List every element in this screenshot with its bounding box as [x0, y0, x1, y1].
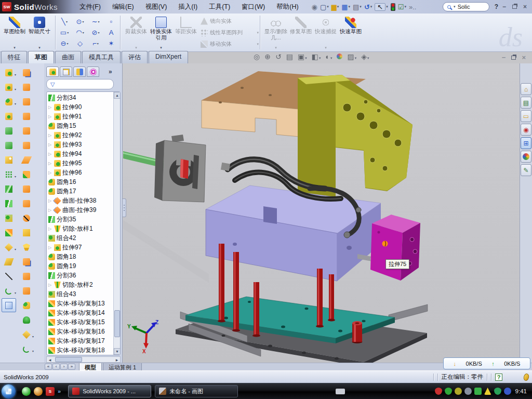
toolbar-button[interactable]: ▾	[19, 153, 34, 167]
manager-tab[interactable]	[73, 66, 86, 77]
tree-horizontal-scrollbar[interactable]: ◀ ▶	[46, 356, 121, 363]
dropdown-caret-icon[interactable]: ▾	[15, 87, 16, 91]
menu-item[interactable]: 帮助(H)	[272, 1, 303, 13]
toolbar-button[interactable]: ▾	[19, 80, 34, 94]
graphics-area[interactable]: Y Z X 拉伸75	[123, 63, 520, 363]
command-tab[interactable]: 曲面	[55, 51, 81, 63]
toolbar-button[interactable]: ▾	[2, 65, 16, 79]
toolbar-button[interactable]: ▾	[19, 196, 34, 210]
tree-item[interactable]: ▷ 分割35	[47, 215, 113, 224]
toolbar-button[interactable]: ▾	[19, 313, 34, 327]
heads-up-button[interactable]: ◎▾	[254, 53, 260, 60]
tree-item[interactable]: ▷ 拉伸96	[47, 168, 113, 177]
dropdown-caret-icon[interactable]: ▾	[386, 5, 388, 9]
toolbar-button[interactable]: ▾	[19, 342, 34, 356]
toolbar-button[interactable]: ▾	[19, 182, 34, 196]
toolbar-button[interactable]: ↺ ▾	[363, 2, 373, 12]
menu-item[interactable]: 视图(V)	[141, 1, 172, 13]
heads-up-button[interactable]: ▤▾	[286, 53, 293, 60]
scroll-left-icon[interactable]: ◀	[47, 357, 53, 362]
tree-item[interactable]: ▷ 曲面-拉伸39	[47, 205, 113, 215]
tree-item[interactable]: ▷ 拉伸94	[47, 149, 113, 158]
expand-arrow-icon[interactable]: ▷	[48, 227, 52, 231]
toolbar-button[interactable]: ▾	[2, 95, 16, 109]
panel-splitter-handle[interactable]	[123, 198, 126, 217]
heads-up-button[interactable]: ◐▾	[325, 53, 332, 60]
toolbar-button[interactable]: ▾	[390, 2, 396, 12]
tree-item[interactable]: ▷ 切除-放样2	[47, 280, 113, 289]
tab-nav-button[interactable]: «	[45, 364, 52, 370]
dropdown-caret-icon[interactable]: ▾	[32, 349, 34, 353]
tray-icon[interactable]	[474, 388, 482, 395]
heads-up-button[interactable]: ▣▾	[298, 53, 307, 60]
menu-item[interactable]: 文件(F)	[75, 1, 105, 13]
tab-nav-button[interactable]: ‹	[52, 364, 60, 370]
toolbar-button[interactable]: ▾	[19, 124, 34, 138]
tray-icon[interactable]	[504, 388, 511, 395]
tray-icon[interactable]	[435, 388, 442, 395]
menu-item[interactable]: 工具(T)	[204, 1, 235, 13]
toolbar-button[interactable]: ▾	[2, 153, 16, 167]
scrollbar-thumb[interactable]	[55, 357, 82, 362]
toolbar-button[interactable]: ▾	[19, 269, 34, 283]
menu-item[interactable]: 窗口(W)	[237, 1, 270, 13]
command-button[interactable]: 移动实体 ▾	[201, 39, 259, 49]
command-button[interactable]: 修复草图 ▾	[288, 15, 313, 50]
expand-arrow-icon[interactable]: ▷	[48, 105, 52, 110]
tree-item[interactable]: ▷ 实体-移动/复制17	[47, 336, 113, 345]
task-pane-tab[interactable]	[521, 151, 531, 163]
tab-nav-button[interactable]: »	[68, 364, 75, 370]
dropdown-caret-icon[interactable]: ▾	[370, 5, 373, 9]
doc-close-button[interactable]: ×	[522, 54, 526, 61]
tree-item[interactable]: ▷ 拉伸91	[47, 112, 113, 121]
heads-up-button[interactable]: ◈▾	[361, 53, 369, 60]
toolbar-button[interactable]: ▾	[2, 196, 16, 210]
heads-up-button[interactable]: ▾	[337, 53, 342, 60]
dropdown-caret-icon[interactable]: ▾	[404, 5, 406, 9]
help-button[interactable]: ?	[495, 3, 498, 10]
tree-item[interactable]: ▷ 组合43	[47, 289, 113, 299]
heads-up-button[interactable]: ▨▾	[347, 53, 356, 60]
dropdown-caret-icon[interactable]: ▾	[337, 5, 339, 9]
tree-item[interactable]: ▷ 圆角17	[47, 187, 113, 196]
tree-item[interactable]: ▷ 圆角19	[47, 261, 113, 271]
expand-arrow-icon[interactable]: ▷	[48, 283, 52, 287]
more-tabs-icon[interactable]: »	[109, 68, 112, 75]
command-tab[interactable]: DimXpert	[149, 51, 188, 63]
dropdown-caret-icon[interactable]: ▾	[67, 31, 69, 34]
task-pane-tab[interactable]: ◉	[521, 124, 531, 136]
tree-item[interactable]: ▷ 拉伸92	[47, 130, 113, 140]
scrollbar-thumb[interactable]	[114, 310, 120, 337]
toolbar-button[interactable]: ▾	[19, 138, 34, 152]
heads-up-button[interactable]: ↺▾	[275, 53, 282, 60]
toolbar-button[interactable]: ▾	[19, 211, 34, 225]
sketch-entity-button[interactable]: ⊖ ▾	[57, 38, 72, 49]
dropdown-caret-icon[interactable]: ▾	[14, 46, 16, 50]
quick-launch-icon[interactable]	[34, 387, 43, 396]
command-button[interactable]: 镜向实体 ▾	[201, 16, 259, 26]
task-pane-tab[interactable]: ⌂	[521, 83, 531, 95]
dropdown-caret-icon[interactable]: ▾	[98, 20, 99, 23]
toolbar-button[interactable]: ▾	[2, 269, 16, 283]
toolbar-button[interactable]: ▾	[2, 284, 16, 298]
toolbar-button[interactable]: ▾	[19, 225, 34, 240]
tree-item[interactable]: ▷ 分割36	[47, 271, 113, 280]
tree-item[interactable]: ▷ 实体-移动/复制16	[47, 327, 113, 336]
dropdown-caret-icon[interactable]: ▾	[15, 291, 16, 295]
expand-arrow-icon[interactable]: ▷	[48, 142, 52, 147]
menu-item[interactable]: 编辑(E)	[108, 1, 139, 13]
tray-icon[interactable]	[455, 388, 462, 395]
dropdown-caret-icon[interactable]: ▾	[82, 20, 84, 23]
sketch-entity-button[interactable]: ⊘ ▾	[88, 27, 103, 38]
command-tab[interactable]: 评估	[122, 51, 148, 63]
toolbar-button[interactable]: ▾	[19, 167, 34, 181]
command-button[interactable]: 草图绘制 ▾	[2, 15, 27, 50]
tree-item[interactable]: ▷ 实体-移动/复制14	[47, 308, 113, 317]
dropdown-caret-icon[interactable]: ▾	[15, 102, 16, 105]
task-pane-tab[interactable]: ⊞	[521, 137, 531, 149]
toolbar-button[interactable]: ☑ ▾	[397, 2, 407, 12]
toolbar-button[interactable]: ▾	[2, 240, 16, 254]
toolbar-button[interactable]: ▾	[2, 211, 16, 225]
dropdown-caret-icon[interactable]: ▾	[15, 175, 16, 178]
dropdown-caret-icon[interactable]: ▾	[66, 20, 68, 23]
